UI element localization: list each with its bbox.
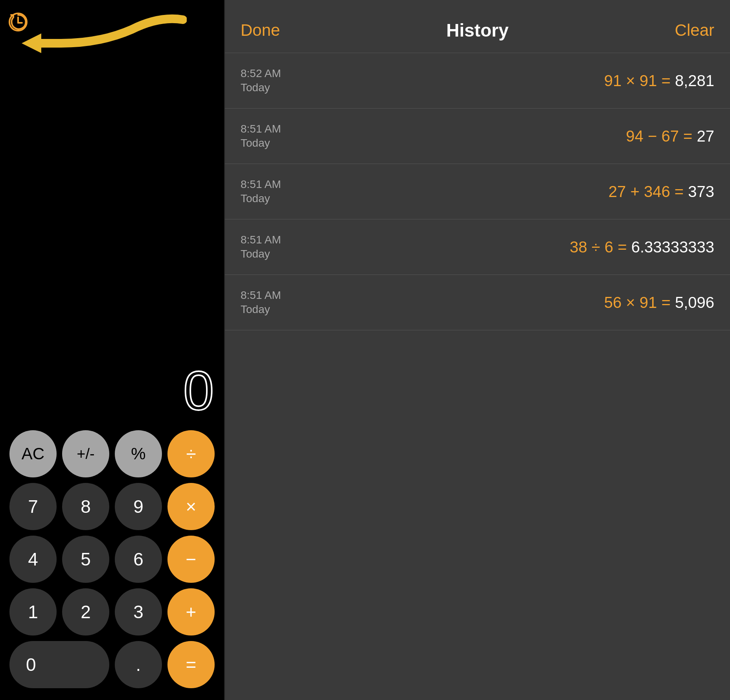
history-expr-text: 38 ÷ 6 = [570,238,631,256]
keypad-row-2: 7 8 9 × [7,483,217,530]
history-date-label: Today [241,81,281,94]
history-expression: 38 ÷ 6 = 6.33333333 [570,238,714,256]
button-2[interactable]: 2 [62,588,109,636]
arrow-annotation [22,8,187,59]
history-header: Done History Clear [225,0,730,53]
display-value: 0 [183,363,212,418]
history-date-label: Today [241,192,281,205]
history-panel: Done History Clear 8:52 AM Today 91 × 91… [225,0,730,700]
button-0[interactable]: 0 [9,641,109,688]
button-percent[interactable]: % [115,430,162,477]
history-time-label: 8:51 AM [241,178,281,191]
keypad-row-1: AC +/- % ÷ [7,430,217,477]
history-item[interactable]: 8:52 AM Today 91 × 91 = 8,281 [225,53,730,109]
history-item[interactable]: 8:51 AM Today 27 + 346 = 373 [225,164,730,219]
history-result-text: 8,281 [675,72,714,89]
history-result-text: 6.33333333 [631,238,714,256]
button-6[interactable]: 6 [115,536,162,583]
history-expr-text: 91 × 91 = [604,72,675,89]
history-list: 8:52 AM Today 91 × 91 = 8,281 8:51 AM To… [225,53,730,700]
button-divide[interactable]: ÷ [167,430,215,477]
history-expr-text: 56 × 91 = [604,294,675,311]
history-item-time: 8:51 AM Today [241,234,281,260]
clear-button[interactable]: Clear [675,21,714,40]
keypad-row-3: 4 5 6 − [7,536,217,583]
history-date-label: Today [241,303,281,316]
button-3[interactable]: 3 [115,588,162,636]
history-expression: 91 × 91 = 8,281 [604,72,714,90]
history-date-label: Today [241,248,281,260]
button-5[interactable]: 5 [62,536,109,583]
history-item[interactable]: 8:51 AM Today 94 − 67 = 27 [225,109,730,164]
history-result-text: 27 [697,127,715,145]
history-expr-text: 27 + 346 = [609,183,688,200]
history-result-text: 373 [688,183,714,200]
button-subtract[interactable]: − [167,536,215,583]
history-item-time: 8:52 AM Today [241,67,281,94]
done-button[interactable]: Done [241,21,280,40]
history-time-label: 8:51 AM [241,234,281,246]
button-multiply[interactable]: × [167,483,215,530]
history-item[interactable]: 8:51 AM Today 56 × 91 = 5,096 [225,275,730,330]
history-expr-text: 94 − 67 = [626,127,697,145]
button-decimal[interactable]: . [115,641,162,688]
button-toggle-sign[interactable]: +/- [62,430,109,477]
history-expression: 27 + 346 = 373 [609,183,714,201]
button-add[interactable]: + [167,588,215,636]
button-1[interactable]: 1 [9,588,57,636]
button-ac[interactable]: AC [9,430,57,477]
history-item-time: 8:51 AM Today [241,178,281,205]
button-8[interactable]: 8 [62,483,109,530]
history-result-text: 5,096 [675,294,714,311]
svg-marker-4 [22,33,41,53]
history-title: History [446,20,508,41]
history-item[interactable]: 8:51 AM Today 38 ÷ 6 = 6.33333333 [225,219,730,275]
button-equals[interactable]: = [167,641,215,688]
keypad-row-4: 1 2 3 + [7,588,217,636]
button-9[interactable]: 9 [115,483,162,530]
keypad-row-5: 0 . = [7,641,217,688]
history-item-time: 8:51 AM Today [241,289,281,316]
history-time-label: 8:51 AM [241,123,281,135]
history-time-label: 8:51 AM [241,289,281,302]
history-expression: 56 × 91 = 5,096 [604,294,714,311]
history-time-label: 8:52 AM [241,67,281,80]
calculator-display: 0 [0,0,224,426]
history-date-label: Today [241,137,281,149]
history-item-time: 8:51 AM Today [241,123,281,149]
calculator-panel: 0 AC +/- % ÷ 7 8 9 × 4 5 6 − 1 2 3 + [0,0,224,700]
button-7[interactable]: 7 [9,483,57,530]
history-expression: 94 − 67 = 27 [626,127,714,145]
keypad: AC +/- % ÷ 7 8 9 × 4 5 6 − 1 2 3 + 0 . [0,426,224,700]
button-4[interactable]: 4 [9,536,57,583]
